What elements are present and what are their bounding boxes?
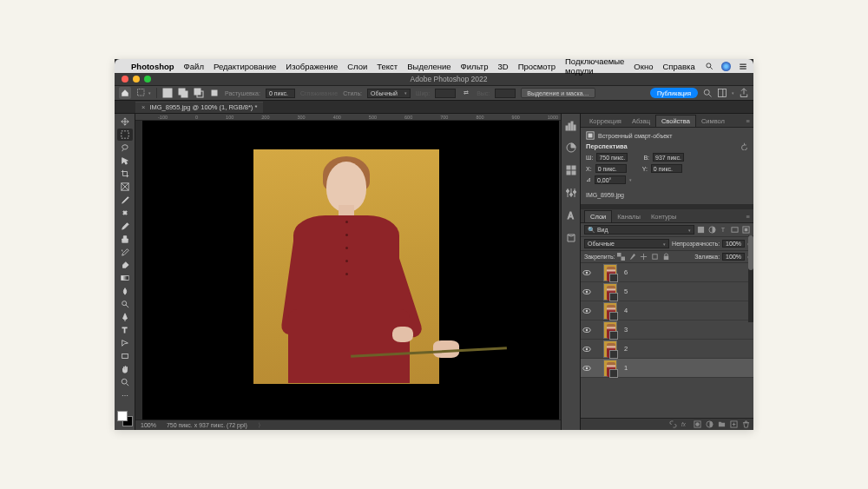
adjustments-panel-icon[interactable]: [565, 187, 577, 199]
color-swatches[interactable]: [117, 411, 133, 426]
filter-type-icon[interactable]: T: [720, 226, 727, 234]
histogram-icon[interactable]: [565, 119, 577, 131]
menu-image[interactable]: Изображение: [286, 62, 338, 71]
filter-adjust-icon[interactable]: [708, 226, 716, 234]
dodge-tool[interactable]: [117, 298, 133, 310]
selection-subtract-icon[interactable]: [194, 88, 204, 98]
width-field[interactable]: [596, 153, 628, 162]
menu-select[interactable]: Выделение: [407, 62, 450, 71]
layer-name[interactable]: 3: [624, 326, 628, 334]
status-chevron-icon[interactable]: 〉: [258, 421, 264, 430]
layer-name[interactable]: 2: [624, 345, 628, 353]
path-tool[interactable]: [117, 337, 133, 349]
antialias-checkbox[interactable]: Сглаживание: [300, 90, 338, 96]
search-icon[interactable]: [702, 88, 713, 98]
stamp-tool[interactable]: [117, 233, 133, 245]
move-tool[interactable]: [117, 116, 133, 128]
selection-intersect-icon[interactable]: [209, 88, 220, 98]
gradient-tool[interactable]: [117, 272, 133, 284]
lasso-tool[interactable]: [117, 142, 133, 154]
brush-tool[interactable]: [117, 220, 133, 232]
color-panel-icon[interactable]: [565, 142, 577, 154]
tab-layers[interactable]: Слои: [584, 210, 612, 222]
siri-icon[interactable]: [721, 62, 731, 71]
canvas-viewport[interactable]: [142, 121, 559, 420]
menu-3d[interactable]: 3D: [497, 62, 508, 71]
visibility-toggle-icon[interactable]: [582, 287, 591, 296]
visibility-toggle-icon[interactable]: [582, 268, 591, 277]
minimize-window-button[interactable]: [133, 76, 140, 83]
menu-window[interactable]: Окно: [634, 62, 653, 71]
edit-toolbar-button[interactable]: ⋯: [117, 389, 133, 401]
style-dropdown[interactable]: Обычный▾: [367, 89, 411, 98]
feather-input[interactable]: [266, 89, 295, 98]
control-center-icon[interactable]: [739, 62, 747, 70]
menu-edit[interactable]: Редактирование: [214, 62, 276, 71]
share-icon[interactable]: [739, 88, 749, 98]
rectangle-tool[interactable]: [117, 350, 133, 362]
layer-row[interactable]: 5: [581, 282, 753, 301]
layer-row[interactable]: 3: [581, 320, 753, 340]
selection-new-icon[interactable]: [162, 88, 173, 98]
pen-tool[interactable]: [117, 311, 133, 323]
menu-file[interactable]: Файл: [184, 62, 204, 71]
opacity-value[interactable]: 100%: [722, 240, 745, 248]
adjustment-layer-icon[interactable]: [706, 420, 713, 428]
link-layers-icon[interactable]: [669, 420, 677, 428]
type-tool[interactable]: T: [117, 324, 133, 336]
lock-position-icon[interactable]: [640, 253, 648, 261]
tab-properties[interactable]: Свойства: [655, 115, 696, 127]
mask-icon[interactable]: [694, 420, 701, 428]
layer-name[interactable]: 1: [624, 364, 628, 372]
document-info[interactable]: 750 пикс. x 937 пикс. (72 ppi): [167, 422, 247, 428]
document-tab[interactable]: × IMG_8955.jpg @ 100% (1, RGB/8*) *: [135, 102, 263, 113]
visibility-toggle-icon[interactable]: [582, 326, 591, 334]
blur-tool[interactable]: [117, 285, 133, 297]
menu-plugins[interactable]: Подключаемые модули: [565, 56, 624, 76]
height-field[interactable]: [653, 153, 684, 162]
layer-row[interactable]: 1: [581, 359, 753, 378]
panel-menu-icon[interactable]: ≡: [743, 116, 753, 127]
glyphs-panel-icon[interactable]: A: [565, 209, 577, 221]
lock-pixels-icon[interactable]: [628, 253, 636, 261]
history-brush-tool[interactable]: [117, 246, 133, 258]
panel-scrollbar[interactable]: [748, 235, 753, 322]
tool-preset-dropdown[interactable]: ▾: [136, 88, 151, 98]
close-tab-icon[interactable]: ×: [141, 103, 145, 111]
blend-mode-dropdown[interactable]: Обычные▾: [584, 239, 669, 248]
tab-paragraph[interactable]: Абзац: [627, 116, 655, 127]
layer-row[interactable]: 6: [581, 263, 753, 282]
visibility-toggle-icon[interactable]: [582, 364, 591, 373]
reset-transform-icon[interactable]: [740, 142, 748, 150]
visibility-toggle-icon[interactable]: [582, 345, 591, 354]
selection-add-icon[interactable]: [178, 88, 188, 98]
filter-pixel-icon[interactable]: [697, 226, 705, 234]
visibility-toggle-icon[interactable]: [582, 307, 591, 315]
home-button[interactable]: [119, 87, 131, 99]
menu-type[interactable]: Текст: [377, 62, 398, 71]
filter-shape-icon[interactable]: [731, 226, 739, 234]
libraries-panel-icon[interactable]: [565, 232, 577, 244]
maximize-window-button[interactable]: [144, 76, 151, 83]
angle-field[interactable]: [595, 175, 626, 184]
eyedropper-tool[interactable]: [117, 194, 133, 206]
lock-transparency-icon[interactable]: [617, 253, 625, 261]
selection-tool[interactable]: [117, 155, 133, 167]
fill-value[interactable]: 100%: [722, 253, 745, 261]
filter-smart-icon[interactable]: [742, 226, 750, 234]
hand-tool[interactable]: [117, 363, 133, 375]
publish-button[interactable]: Публикация: [650, 88, 698, 98]
menu-help[interactable]: Справка: [662, 62, 694, 71]
lock-all-icon[interactable]: [662, 253, 670, 261]
layers-menu-icon[interactable]: ≡: [743, 211, 753, 222]
layer-name[interactable]: 4: [624, 307, 628, 314]
tab-channels[interactable]: Каналы: [612, 211, 646, 222]
delete-layer-icon[interactable]: [742, 420, 750, 428]
marquee-tool[interactable]: [117, 129, 133, 141]
fx-icon[interactable]: fx: [681, 420, 689, 428]
heal-tool[interactable]: [117, 207, 133, 219]
new-layer-icon[interactable]: [730, 420, 738, 428]
close-window-button[interactable]: [122, 76, 128, 83]
group-icon[interactable]: [718, 420, 726, 428]
zoom-tool[interactable]: [117, 376, 133, 388]
